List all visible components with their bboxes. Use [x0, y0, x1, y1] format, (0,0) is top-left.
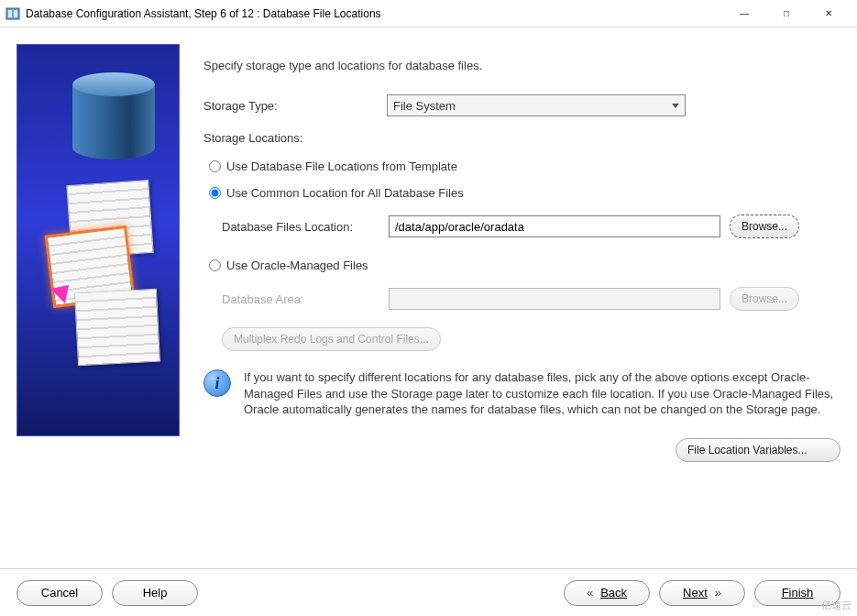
arrow-icon: [16, 283, 71, 338]
info-icon: i: [203, 369, 231, 397]
close-button[interactable]: ✕: [808, 0, 850, 28]
instruction-text: Specify storage type and locations for d…: [203, 59, 841, 72]
browse-db-files-button[interactable]: Browse...: [730, 214, 799, 238]
wizard-side-image: [16, 44, 180, 436]
db-files-location-input[interactable]: [389, 215, 720, 237]
multiplex-button: Multiplex Redo Logs and Control Files...: [222, 327, 441, 351]
chevron-down-icon: [672, 104, 679, 108]
db-files-location-label: Database Files Location:: [222, 220, 379, 234]
chevron-right-icon: »: [715, 586, 721, 600]
titlebar: Database Configuration Assistant, Step 6…: [0, 0, 857, 28]
chevron-left-icon: «: [587, 586, 593, 600]
maximize-button[interactable]: □: [765, 0, 808, 28]
form-area: Specify storage type and locations for d…: [203, 44, 841, 559]
option-omf-radio[interactable]: Use Oracle-Managed Files: [209, 258, 841, 272]
option-template-label: Use Database File Locations from Templat…: [226, 160, 457, 173]
info-row: i If you want to specify different locat…: [203, 369, 841, 418]
storage-type-row: Storage Type: File System: [203, 94, 841, 116]
storage-locations-label: Storage Locations:: [203, 131, 387, 145]
storage-type-label: Storage Type:: [203, 99, 387, 113]
bottom-bar: Cancel Help « Back Next » Finish: [0, 568, 857, 616]
db-area-label: Database Area:: [222, 292, 379, 306]
option-omf-input[interactable]: [209, 259, 221, 271]
browse-db-area-button: Browse...: [730, 287, 799, 311]
window-controls: — □ ✕: [723, 0, 850, 28]
storage-type-select[interactable]: File System: [387, 94, 686, 116]
window-title: Database Configuration Assistant, Step 6…: [26, 7, 723, 20]
db-area-row: Database Area: Browse...: [222, 287, 841, 311]
minimize-button[interactable]: —: [723, 0, 765, 28]
svg-rect-2: [14, 10, 17, 17]
finish-label: Finish: [782, 586, 814, 600]
app-icon: [5, 6, 20, 21]
svg-rect-1: [8, 10, 12, 17]
client-area: Specify storage type and locations for d…: [0, 28, 857, 568]
back-button[interactable]: « Back: [564, 580, 650, 606]
database-cylinder-icon: [72, 72, 155, 164]
option-common-radio[interactable]: Use Common Location for All Database Fil…: [209, 186, 841, 200]
help-button[interactable]: Help: [112, 580, 198, 606]
file-location-variables-button[interactable]: File Location Variables...: [676, 438, 841, 462]
db-files-location-row: Database Files Location: Browse...: [222, 214, 841, 238]
storage-type-value: File System: [393, 99, 456, 113]
finish-button[interactable]: Finish: [754, 580, 841, 606]
paper-stack-icon: [23, 182, 170, 412]
svg-marker-3: [17, 285, 69, 336]
cancel-button[interactable]: Cancel: [16, 580, 103, 606]
option-omf-label: Use Oracle-Managed Files: [226, 258, 368, 272]
option-common-input[interactable]: [209, 187, 221, 199]
back-label: Back: [600, 586, 627, 600]
option-template-radio[interactable]: Use Database File Locations from Templat…: [209, 160, 841, 173]
db-area-input: [389, 288, 720, 310]
next-label: Next: [683, 586, 708, 600]
option-template-input[interactable]: [209, 160, 221, 172]
next-button[interactable]: Next »: [659, 580, 745, 606]
option-common-label: Use Common Location for All Database Fil…: [226, 186, 464, 200]
info-text: If you want to specify different locatio…: [244, 369, 841, 418]
